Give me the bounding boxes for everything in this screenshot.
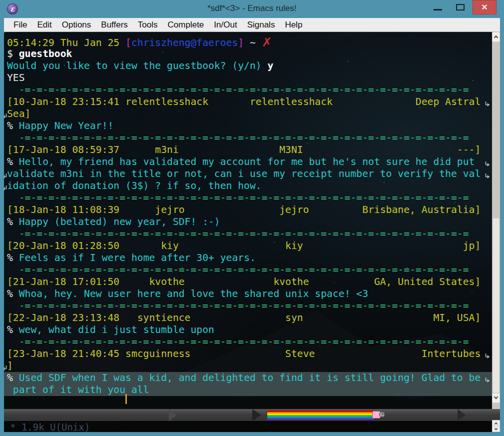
modeline[interactable]: * 1.9k U(Unix) *sdf*<3> Shell:run 13:25 … (4, 409, 500, 421)
text-segment: -=-=-=-=-=-=-=-=-=-=-=-=-=-=-=-=-=-=-=-=… (7, 192, 469, 204)
text-segment: validate m3ni in the title or not, can i… (7, 168, 481, 180)
menubar: FileEditOptionsBuffersToolsCompleteIn/Ou… (4, 18, 500, 32)
chevron-down-icon (494, 395, 498, 399)
text-segment: % (7, 156, 19, 168)
separator-line: -=-=-=-=-=-=-=-=-=-=-=-=-=-=-=-=-=-=-=-=… (7, 132, 492, 144)
text-segment: % (7, 120, 19, 132)
text-segment: Feels as if I were home after 30+ years. (19, 252, 256, 264)
text-segment: part of it with you (7, 384, 125, 396)
text-segment: -=-=-=-=-=-=-=-=-=-=-=-=-=-=-=-=-=-=-=-=… (7, 264, 469, 276)
menu-item-tools[interactable]: Tools (133, 18, 163, 32)
powerline-separator-icon (169, 409, 177, 421)
text-segment: % (7, 372, 19, 384)
text-segment: Used SDF when I was a kid, and delighted… (19, 372, 481, 384)
text-segment: YES (7, 72, 25, 84)
wrap-indicator-icon (485, 170, 490, 177)
text-segment: -=-=-=-=-=-=-=-=-=-=-=-=-=-=-=-=-=-=-=-=… (7, 336, 469, 348)
terminal-line: [21-Jan-18 17:01:50 kvothe kvothe GA, Un… (7, 276, 492, 288)
powerline-separator-icon (458, 409, 466, 421)
text-segment: -=-=-=-=-=-=-=-=-=-=-=-=-=-=-=-=-=-=-=-=… (7, 84, 469, 96)
close-button[interactable]: ✕ (473, 0, 497, 14)
menu-item-help[interactable]: Help (280, 18, 307, 32)
text-segment: guestbook (19, 48, 72, 60)
terminal-line: 05:14:29 Thu Jan 25 [chriszheng@faeroes]… (7, 36, 492, 48)
text-segment: Happy New Year!! (19, 120, 114, 132)
text-segment: $ (7, 48, 19, 60)
text-segment: Would you like to view the guestbook? (y… (7, 60, 268, 72)
powerline-separator-icon (252, 409, 261, 421)
chevron-up-icon (494, 36, 498, 40)
menu-item-signals[interactable]: Signals (242, 18, 280, 32)
scroll-down-button[interactable] (492, 426, 500, 432)
nyan-cat-icon (372, 410, 384, 420)
text-segment: [21-Jan-18 17:01:50 kvothe kvothe GA, Un… (7, 276, 481, 288)
terminal-line: Sea] (7, 108, 492, 120)
terminal-line: validate m3ni in the title or not, can i… (7, 168, 492, 180)
maximize-icon (456, 4, 465, 10)
separator-line: -=-=-=-=-=-=-=-=-=-=-=-=-=-=-=-=-=-=-=-=… (7, 192, 492, 204)
text-segment: [10-Jan-18 23:15:41 relentlesshack relen… (7, 96, 481, 108)
separator-line: -=-=-=-=-=-=-=-=-=-=-=-=-=-=-=-=-=-=-=-=… (7, 264, 492, 276)
menu-item-buffers[interactable]: Buffers (96, 18, 133, 32)
scrollbar[interactable] (492, 32, 500, 409)
separator-line: -=-=-=-=-=-=-=-=-=-=-=-=-=-=-=-=-=-=-=-=… (7, 228, 492, 240)
scrollbar-thumb[interactable] (493, 218, 500, 393)
wrap-indicator-icon (485, 374, 490, 381)
text-segment: % (7, 216, 19, 228)
wrap-indicator-icon (485, 158, 490, 165)
text-segment: [ (125, 37, 131, 48)
chevron-down-icon (495, 427, 498, 430)
text-segment: [23-Jan-18 21:40:45 smcguinness Steve In… (7, 348, 481, 360)
text-segment: all (125, 384, 149, 396)
buffer-text: 05:14:29 Thu Jan 25 [chriszheng@faeroes]… (7, 36, 492, 396)
terminal-line: $ guestbook (7, 48, 492, 60)
wrap-indicator-icon (4, 110, 7, 117)
terminal-line: ] (7, 360, 492, 372)
starfield-background (4, 32, 5, 33)
terminal-line: Would you like to view the guestbook? (y… (7, 60, 492, 72)
terminal-line: part of it with you all (4, 384, 492, 396)
menu-item-edit[interactable]: Edit (32, 18, 56, 32)
scroll-down-button[interactable] (492, 393, 500, 403)
scroll-up-button[interactable] (492, 32, 500, 42)
terminal-line: % Whoa, hey. New user here and love the … (7, 288, 492, 300)
terminal-line: [17-Jan-18 08:59:37 m3ni M3NI ---] (7, 144, 492, 156)
menu-item-complete[interactable]: Complete (163, 18, 209, 32)
text-segment: [17-Jan-18 08:59:37 m3ni M3NI ---] (7, 144, 481, 156)
close-icon: ✕ (481, 3, 488, 12)
wrap-indicator-icon (4, 182, 7, 189)
text-segment: Sea] (7, 108, 30, 120)
text-segment: ] (238, 37, 244, 48)
text-segment: y (268, 60, 274, 72)
menu-item-options[interactable]: Options (57, 18, 96, 32)
wrap-indicator-icon (4, 362, 7, 369)
echo-area[interactable] (4, 421, 492, 432)
scroll-up-button[interactable] (492, 420, 500, 426)
wrap-indicator-icon (485, 350, 490, 357)
text-segment: Hello, my friend has validated my accoun… (19, 156, 475, 168)
text-segment: wew, what did i just stumble upon (19, 324, 214, 336)
terminal-line: % Hello, my friend has validated my acco… (7, 156, 492, 168)
terminal-line: [22-Jan-18 23:13:48 syntience syn MI, US… (7, 312, 492, 324)
menu-item-file[interactable]: File (8, 18, 32, 32)
maximize-button[interactable] (451, 0, 471, 15)
chevron-up-icon (495, 422, 498, 426)
separator-line: -=-=-=-=-=-=-=-=-=-=-=-=-=-=-=-=-=-=-=-=… (7, 84, 492, 96)
terminal-line: idation of donation (3$) ? if so, then h… (7, 180, 492, 192)
terminal-line: % Happy (belated) new year, SDF! :-) (7, 216, 492, 228)
text-segment: ~ (244, 37, 262, 48)
terminal-line: % Feels as if I were home after 30+ year… (7, 252, 492, 264)
text-segment: % (7, 324, 19, 336)
shell-buffer[interactable]: 05:14:29 Thu Jan 25 [chriszheng@faeroes]… (4, 32, 500, 432)
text-segment: Happy (belated) new year, SDF! :-) (19, 216, 220, 228)
text-segment: ] (7, 360, 13, 372)
terminal-line: % Used SDF when I was a kid, and delight… (4, 372, 492, 384)
text-segment: chriszheng@faeroes (131, 37, 238, 48)
minibuffer-scrollbar[interactable] (492, 420, 500, 432)
rainbow-trail (267, 410, 374, 420)
titlebar[interactable]: ε *sdf*<3> - Emacs rules! ✕ (0, 0, 504, 18)
terminal-line: [18-Jan-18 11:08:39 jejro jejro Brisbane… (7, 204, 492, 216)
text-segment: 05:14:29 Thu Jan 25 (7, 37, 125, 48)
minimize-button[interactable] (428, 0, 448, 15)
menu-item-inout[interactable]: In/Out (209, 18, 242, 32)
